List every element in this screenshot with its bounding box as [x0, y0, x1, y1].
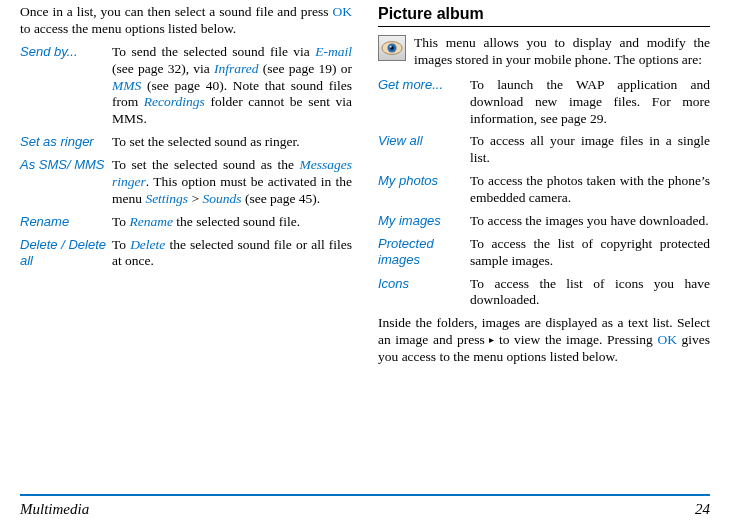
definition-label: Get more... [378, 77, 470, 128]
definition-desc: To launch the WAP application and downlo… [470, 77, 710, 128]
definition-desc: To set the selected sound as the Message… [112, 157, 352, 208]
definition-row: IconsTo access the list of icons you hav… [378, 276, 710, 310]
picture-album-intro-text: This menu allows you to display and modi… [414, 35, 710, 69]
definition-label: Send by... [20, 44, 112, 128]
picture-album-intro-row: This menu allows you to display and modi… [378, 35, 710, 69]
definition-label: Delete / Delete all [20, 237, 112, 271]
left-items: Send by...To send the selected sound fil… [20, 44, 352, 271]
definition-row: Delete / Delete allTo Delete the selecte… [20, 237, 352, 271]
definition-desc: To access the list of icons you have dow… [470, 276, 710, 310]
ok-text: OK [333, 4, 353, 19]
definition-label: View all [378, 133, 470, 167]
definition-row: View allTo access all your image files i… [378, 133, 710, 167]
svg-point-3 [390, 46, 392, 48]
definition-desc: To set the selected sound as ringer. [112, 134, 352, 151]
definition-desc: To access the list of copyright protecte… [470, 236, 710, 270]
definition-row: Get more...To launch the WAP application… [378, 77, 710, 128]
section-title-picture-album: Picture album [378, 4, 710, 27]
definition-label: My images [378, 213, 470, 230]
definition-row: My photosTo access the photos taken with… [378, 173, 710, 207]
page-footer: Multimedia 24 [20, 494, 710, 519]
definition-desc: To access the photos taken with the phon… [470, 173, 710, 207]
definition-label: Rename [20, 214, 112, 231]
definition-row: My imagesTo access the images you have d… [378, 213, 710, 230]
definition-desc: To Delete the selected sound file or all… [112, 237, 352, 271]
eye-icon [378, 35, 406, 61]
definition-desc: To access the images you have downloaded… [470, 213, 710, 230]
definition-label: Icons [378, 276, 470, 310]
left-intro-before: Once in a list, you can then select a so… [20, 4, 333, 19]
definition-row: Set as ringerTo set the selected sound a… [20, 134, 352, 151]
right-column: Picture album This menu allows you to di… [378, 4, 710, 484]
left-intro-after: to access the menu options listed below. [20, 21, 236, 36]
picture-album-after-text: Inside the folders, images are displayed… [378, 315, 710, 366]
footer-section: Multimedia [20, 500, 89, 519]
definition-label: Set as ringer [20, 134, 112, 151]
definition-desc: To access all your image files in a sing… [470, 133, 710, 167]
definition-label: Protected images [378, 236, 470, 270]
definition-row: RenameTo Rename the selected sound file. [20, 214, 352, 231]
definition-label: My photos [378, 173, 470, 207]
definition-row: As SMS/ MMSTo set the selected sound as … [20, 157, 352, 208]
left-column: Once in a list, you can then select a so… [20, 4, 352, 484]
definition-desc: To Rename the selected sound file. [112, 214, 352, 231]
definition-row: Send by...To send the selected sound fil… [20, 44, 352, 128]
footer-page-number: 24 [695, 500, 710, 519]
definition-desc: To send the selected sound file via E-ma… [112, 44, 352, 128]
definition-row: Protected imagesTo access the list of co… [378, 236, 710, 270]
definition-label: As SMS/ MMS [20, 157, 112, 208]
left-intro: Once in a list, you can then select a so… [20, 4, 352, 38]
right-items: Get more...To launch the WAP application… [378, 77, 710, 310]
